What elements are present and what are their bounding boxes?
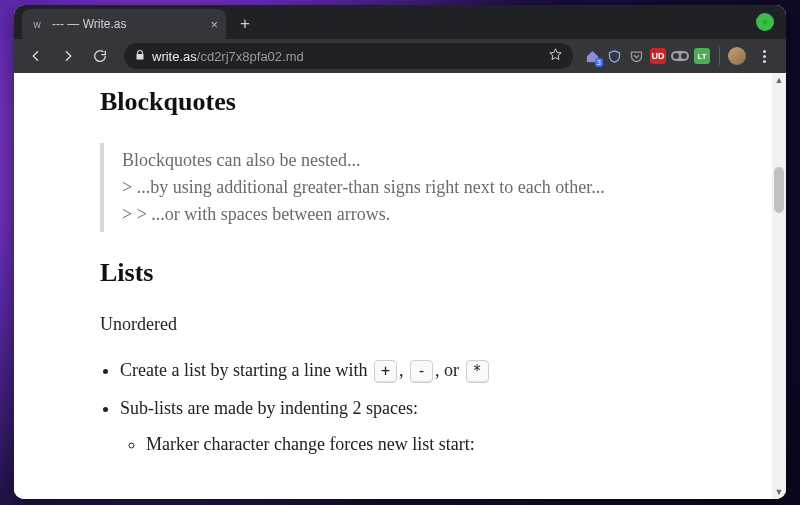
blockquote: Blockquotes can also be nested... > ...b… xyxy=(100,143,700,232)
window-control-icon[interactable]: × xyxy=(756,13,774,31)
url-text: write.as/cd2rj7x8pfa02.md xyxy=(152,49,304,64)
lt-badge: LT xyxy=(694,48,710,64)
ublock-badge: UD xyxy=(650,48,666,64)
scrollbar[interactable]: ▲ ▼ xyxy=(772,73,786,499)
new-tab-button[interactable]: + xyxy=(232,11,258,37)
browser-window: w --- — Write.as × + × write.as/cd2rj7x8… xyxy=(14,5,786,499)
browser-tab[interactable]: w --- — Write.as × xyxy=(22,9,226,39)
toolbar-separator xyxy=(719,47,720,65)
url-path: /cd2rj7x8pfa02.md xyxy=(197,49,304,64)
list-item-text: , or xyxy=(435,360,464,380)
extension-tag-icon[interactable]: 3 xyxy=(583,47,601,65)
extension-badge: 3 xyxy=(595,58,603,67)
favicon-icon: w xyxy=(30,17,44,31)
kbd-plus: + xyxy=(374,360,397,383)
address-bar[interactable]: write.as/cd2rj7x8pfa02.md xyxy=(124,43,573,69)
subheading-unordered: Unordered xyxy=(100,314,700,335)
bookmark-star-button[interactable] xyxy=(548,47,563,65)
list-item-text: Sub-lists are made by indenting 2 spaces… xyxy=(120,398,418,418)
scroll-up-button[interactable]: ▲ xyxy=(772,73,786,87)
blockquote-line: > ...by using additional greater-than si… xyxy=(122,174,700,201)
lock-icon xyxy=(134,49,146,64)
back-button[interactable] xyxy=(22,42,50,70)
blockquote-line: Blockquotes can also be nested... xyxy=(122,147,700,174)
extension-pocket-icon[interactable] xyxy=(627,47,645,65)
close-tab-icon[interactable]: × xyxy=(210,17,218,32)
kbd-minus: - xyxy=(410,360,433,383)
page-viewport: Blockquotes Blockquotes can also be nest… xyxy=(14,73,786,499)
arrow-left-icon xyxy=(28,48,44,64)
list-item: Sub-lists are made by indenting 2 spaces… xyxy=(120,391,700,461)
scrollbar-thumb[interactable] xyxy=(774,167,784,213)
tab-strip: w --- — Write.as × + × xyxy=(14,5,786,39)
forward-button[interactable] xyxy=(54,42,82,70)
profile-avatar[interactable] xyxy=(728,47,746,65)
tab-title: --- — Write.as xyxy=(52,17,202,31)
nested-list: Marker character change forces new list … xyxy=(146,427,700,461)
kebab-menu-icon xyxy=(763,50,766,63)
scroll-down-button[interactable]: ▼ xyxy=(772,485,786,499)
heading-blockquotes: Blockquotes xyxy=(100,87,700,117)
list-item-text: Create a list by starting a line with xyxy=(120,360,372,380)
extension-lt-icon[interactable]: LT xyxy=(693,47,711,65)
reload-icon xyxy=(92,48,108,64)
reload-button[interactable] xyxy=(86,42,114,70)
url-host: write.as xyxy=(152,49,197,64)
extension-shield-icon[interactable] xyxy=(605,47,623,65)
goggles-icon xyxy=(671,51,689,61)
document-body: Blockquotes Blockquotes can also be nest… xyxy=(100,73,700,462)
list-item-text: , xyxy=(399,360,408,380)
list-item: Marker character change forces new list … xyxy=(146,427,700,461)
browser-toolbar: write.as/cd2rj7x8pfa02.md 3 UD LT xyxy=(14,39,786,73)
list-item: Create a list by starting a line with +,… xyxy=(120,353,700,387)
extension-goggles-icon[interactable] xyxy=(671,47,689,65)
page-content[interactable]: Blockquotes Blockquotes can also be nest… xyxy=(14,73,786,462)
blockquote-line: > > ...or with spaces between arrows. xyxy=(122,201,700,228)
browser-menu-button[interactable] xyxy=(750,42,778,70)
kbd-asterisk: * xyxy=(466,360,489,383)
avatar-icon xyxy=(728,47,746,65)
heading-lists: Lists xyxy=(100,258,700,288)
extension-ublock-icon[interactable]: UD xyxy=(649,47,667,65)
unordered-list: Create a list by starting a line with +,… xyxy=(120,353,700,462)
arrow-right-icon xyxy=(60,48,76,64)
